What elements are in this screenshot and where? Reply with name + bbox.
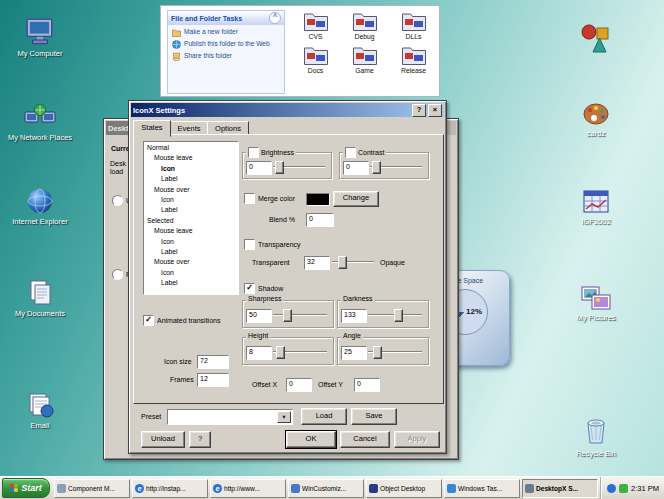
context-help-button[interactable]: ?	[412, 104, 426, 117]
load-button[interactable]: Load	[301, 408, 347, 425]
taskbar-item-object-desktop[interactable]: Object Desktop	[366, 479, 442, 498]
apply-button[interactable]: Apply	[394, 431, 440, 448]
app-icon	[525, 484, 534, 493]
clock: 2:31 PM	[631, 484, 659, 493]
folder-item[interactable]: Game	[340, 43, 389, 74]
shadow-checkbox[interactable]: ✓	[244, 283, 255, 294]
app-icon	[57, 484, 66, 493]
desktop-icon-shapes[interactable]	[562, 14, 630, 54]
blend-field[interactable]: 0	[306, 213, 334, 227]
frames-field[interactable]: 12	[197, 373, 229, 387]
taskbar-item-wincustomize[interactable]: WinCustomiz...	[288, 479, 364, 498]
save-button[interactable]: Save	[351, 408, 397, 425]
taskbar-item-browser-2[interactable]: e http://www...	[210, 479, 286, 498]
state-item[interactable]: Label	[144, 278, 238, 288]
taskbar-item-component-manager[interactable]: Component M...	[54, 479, 130, 498]
transparency-field[interactable]: 32	[304, 256, 330, 270]
state-item[interactable]: Icon	[144, 195, 238, 205]
documents-icon	[6, 268, 74, 308]
contrast-value[interactable]: 0	[343, 161, 369, 175]
desktop-icon-recycle-bin[interactable]: Recycle Bin	[562, 408, 630, 459]
shadow-row[interactable]: ✓ Shadow	[244, 283, 283, 294]
transparent-label: Transparent	[252, 259, 289, 266]
taskbar-item-desktopx-settings[interactable]: DesktopX S...	[522, 479, 598, 498]
radio-icon[interactable]	[112, 195, 123, 206]
close-button[interactable]: ×	[428, 104, 442, 117]
contrast-slider[interactable]	[370, 161, 422, 173]
ok-button[interactable]: OK	[286, 431, 336, 448]
task-share-folder[interactable]: Share this folder	[168, 49, 284, 61]
state-item-selected[interactable]: Icon	[144, 164, 238, 174]
states-listbox[interactable]: Normal Mouse leave Icon Label Mouse over…	[143, 141, 239, 295]
sharpness-value[interactable]: 50	[246, 309, 272, 323]
folder-item[interactable]: CVS	[291, 9, 340, 40]
desktop-icon-igf2002[interactable]: IGF2002	[562, 176, 630, 227]
state-item[interactable]: Icon	[144, 268, 238, 278]
state-item[interactable]: Selected	[144, 216, 238, 226]
icon-size-field[interactable]: 72	[197, 355, 229, 369]
desktop-icon-my-computer[interactable]: My Computer	[6, 8, 74, 59]
state-item[interactable]: Mouse leave	[144, 153, 238, 163]
icon-label: My Network Places	[6, 134, 74, 143]
sharpness-slider[interactable]	[273, 309, 327, 321]
contrast-checkbox[interactable]	[345, 147, 356, 158]
iconx-titlebar[interactable]: IconX Settings ? ×	[131, 103, 444, 117]
darkness-value[interactable]: 133	[341, 309, 367, 323]
animated-transitions-checkbox[interactable]: ✓	[143, 315, 154, 326]
unload-button[interactable]: Unload	[141, 431, 185, 448]
merge-color-checkbox[interactable]	[244, 193, 255, 204]
animated-transitions-row[interactable]: ✓ Animated transitions	[143, 315, 220, 326]
desktop-icon-internet-explorer[interactable]: Internet Explorer	[6, 176, 74, 227]
cancel-button[interactable]: Cancel	[340, 431, 390, 448]
task-publish-to-web[interactable]: Publish this folder to the Web	[168, 37, 284, 49]
height-slider[interactable]	[273, 346, 327, 358]
state-item[interactable]: Label	[144, 174, 238, 184]
height-value[interactable]: 8	[246, 346, 272, 360]
dialog-help-button[interactable]: ?	[189, 431, 211, 448]
color-swatch[interactable]	[306, 193, 330, 206]
state-item[interactable]: Mouse over	[144, 185, 238, 195]
taskbar-item-windows-taskmgr[interactable]: Windows Tas...	[444, 479, 520, 498]
collapse-chevron-icon[interactable]: ^	[269, 12, 281, 24]
brightness-value[interactable]: 0	[246, 161, 272, 175]
state-item[interactable]: Normal	[144, 143, 238, 153]
change-color-button[interactable]: Change	[333, 191, 379, 207]
darkness-slider[interactable]	[368, 309, 422, 321]
app-icon	[291, 484, 300, 493]
state-item[interactable]: Mouse leave	[144, 226, 238, 236]
taskbar-item-browser-1[interactable]: e http://instap...	[132, 479, 208, 498]
transparency-checkbox[interactable]	[244, 239, 255, 250]
folder-item[interactable]: Docs	[291, 43, 340, 74]
tray-icon-2[interactable]	[619, 484, 628, 493]
folder-item[interactable]: Release	[389, 43, 438, 74]
offset-y-field[interactable]: 0	[354, 378, 380, 392]
radio-icon[interactable]	[112, 269, 123, 280]
state-item[interactable]: Icon	[144, 237, 238, 247]
angle-slider[interactable]	[368, 346, 422, 358]
desktop-icon-email[interactable]: Email	[6, 380, 74, 431]
brightness-slider[interactable]	[273, 161, 325, 173]
height-group: Height 8	[242, 337, 334, 365]
tab-states[interactable]: States	[133, 120, 171, 137]
merge-color-row[interactable]: Merge color	[244, 193, 295, 204]
angle-value[interactable]: 25	[341, 346, 367, 360]
network-places-icon	[6, 92, 74, 132]
folder-item[interactable]: Debug	[340, 9, 389, 40]
state-item[interactable]: Label	[144, 205, 238, 215]
transparency-slider[interactable]	[332, 256, 374, 268]
offset-x-field[interactable]: 0	[286, 378, 312, 392]
folder-item[interactable]: DLLs	[389, 9, 438, 40]
combo-dropdown-icon[interactable]: ▼	[277, 411, 291, 423]
tray-icon-1[interactable]	[607, 484, 616, 493]
preset-combo[interactable]: ▼	[167, 409, 293, 425]
brightness-checkbox[interactable]	[248, 147, 259, 158]
desktop-icon-my-network-places[interactable]: My Network Places	[6, 92, 74, 143]
task-make-new-folder[interactable]: Make a new folder	[168, 25, 284, 37]
start-button[interactable]: Start	[2, 478, 50, 498]
desktop-icon-cardz[interactable]: cardz	[562, 88, 630, 139]
state-item[interactable]: Label	[144, 247, 238, 257]
transparency-row[interactable]: Transparency	[244, 239, 301, 250]
state-item[interactable]: Mouse over	[144, 257, 238, 267]
desktop-icon-my-documents[interactable]: My Documents	[6, 268, 74, 319]
desktop-icon-my-pictures[interactable]: My Pictures	[562, 272, 630, 323]
